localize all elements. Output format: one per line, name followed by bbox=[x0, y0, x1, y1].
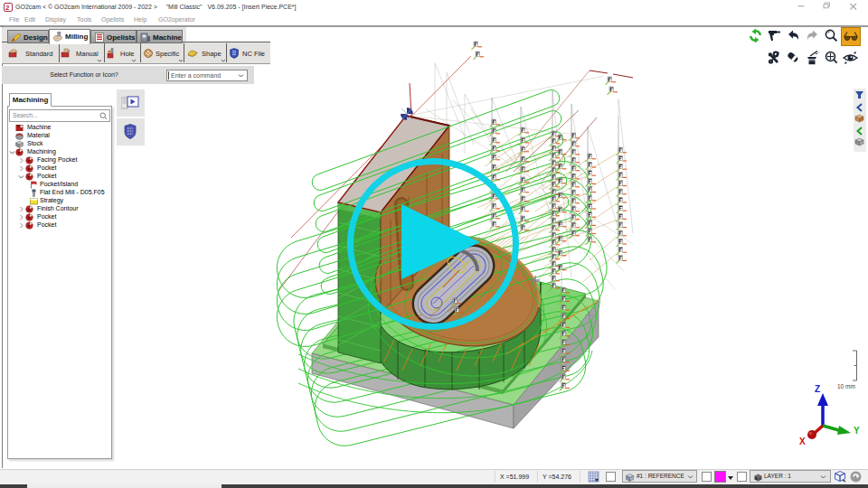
svg-text:Z: Z bbox=[815, 384, 820, 394]
svg-text:X: X bbox=[799, 436, 806, 446]
svg-text:Y: Y bbox=[854, 426, 860, 436]
svg-text:10 mm: 10 mm bbox=[837, 383, 855, 389]
